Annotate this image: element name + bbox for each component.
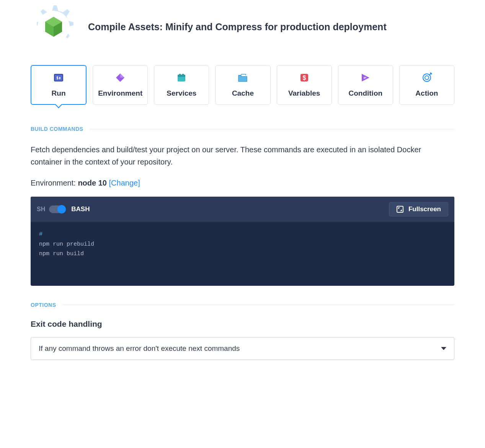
tab-variables[interactable]: $ Variables	[277, 65, 332, 105]
target-icon	[421, 72, 432, 83]
build-section-title: BUILD COMMANDS	[31, 126, 83, 132]
code-editor: SH BASH Fullscreen # npm run prebuild np…	[31, 197, 454, 286]
chevron-down-icon	[441, 347, 446, 350]
svg-marker-8	[120, 73, 124, 78]
tab-label: Condition	[348, 89, 382, 98]
divider	[62, 305, 454, 305]
code-lines: npm run prebuild npm run build	[39, 241, 94, 257]
tab-services[interactable]: Services	[154, 65, 209, 105]
svg-rect-11	[179, 74, 181, 75]
tab-run[interactable]: $▮ Run	[31, 65, 87, 105]
fullscreen-button[interactable]: Fullscreen	[389, 202, 448, 217]
node-gear-icon	[31, 4, 77, 50]
env-label: Environment:	[31, 179, 78, 187]
diamond-icon	[115, 72, 126, 83]
box-icon	[176, 72, 187, 83]
environment-line: Environment: node 10 [Change]	[31, 179, 454, 187]
tab-condition[interactable]: IF Condition	[338, 65, 393, 105]
build-description: Fetch dependencies and build/test your p…	[31, 143, 454, 168]
fullscreen-label: Fullscreen	[408, 205, 441, 213]
svg-text:$: $	[302, 75, 306, 81]
code-comment: #	[39, 231, 42, 238]
tab-environment[interactable]: Environment	[93, 65, 148, 105]
tab-action[interactable]: Action	[399, 65, 454, 105]
code-body[interactable]: # npm run prebuild npm run build	[31, 222, 454, 286]
divider	[90, 129, 454, 129]
tab-label: Variables	[288, 89, 320, 98]
svg-text:IF: IF	[364, 76, 366, 80]
terminal-icon: $▮	[53, 72, 64, 83]
options-section-title: OPTIONS	[31, 302, 56, 308]
tab-label: Cache	[232, 89, 254, 98]
tab-cache[interactable]: Cache	[215, 65, 270, 105]
options-section-header: OPTIONS	[31, 302, 454, 308]
exit-code-title: Exit code handling	[31, 319, 454, 329]
exit-code-select[interactable]: If any command throws an error don't exe…	[31, 337, 454, 360]
change-link[interactable]: [Change]	[109, 179, 140, 187]
folder-icon	[237, 72, 248, 83]
toggle-knob	[57, 205, 66, 213]
play-if-icon: IF	[360, 72, 371, 83]
svg-rect-12	[182, 74, 184, 75]
tab-label: Action	[415, 89, 438, 98]
env-value: node 10	[78, 179, 107, 187]
page-title: Compile Assets: Minify and Compress for …	[88, 21, 387, 33]
svg-text:$▮: $▮	[56, 76, 61, 80]
fullscreen-icon	[396, 205, 404, 213]
svg-rect-21	[397, 206, 403, 212]
build-section-header: BUILD COMMANDS	[31, 126, 454, 132]
code-header: SH BASH Fullscreen	[31, 197, 454, 222]
tab-label: Run	[52, 89, 66, 98]
select-value: If any command throws an error don't exe…	[39, 344, 240, 353]
svg-rect-10	[178, 75, 185, 77]
tab-label: Environment	[98, 89, 142, 98]
svg-point-18	[425, 76, 429, 80]
shell-toggle[interactable]	[49, 205, 65, 213]
svg-rect-9	[178, 76, 185, 81]
tab-label: Services	[167, 89, 196, 98]
page-header: Compile Assets: Minify and Compress for …	[31, 4, 454, 50]
sh-label: SH	[37, 206, 45, 213]
bash-label: BASH	[71, 205, 90, 213]
tabs-row: $▮ Run Environment Services Cache $ Vari…	[31, 65, 454, 105]
dollar-icon: $	[299, 72, 310, 83]
